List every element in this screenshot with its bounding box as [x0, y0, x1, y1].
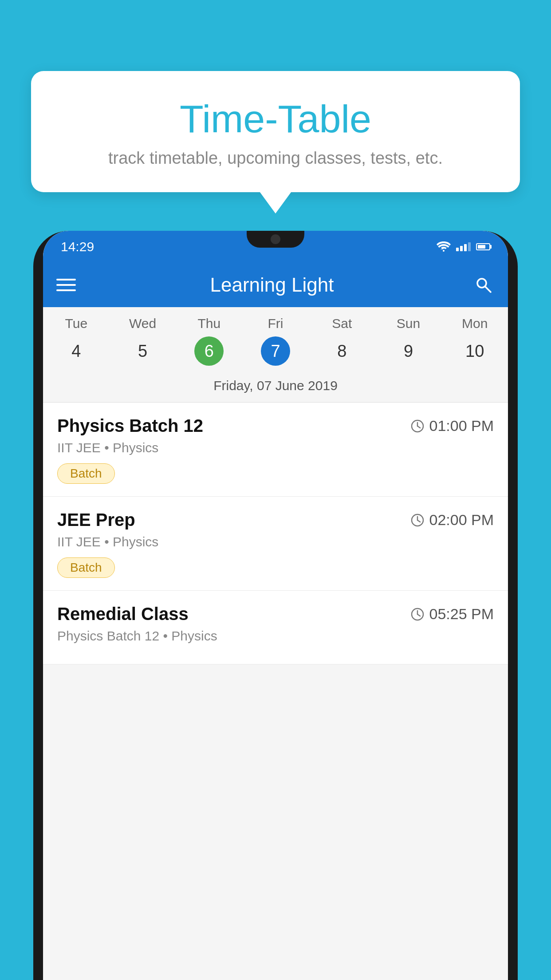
- menu-button[interactable]: [56, 279, 76, 291]
- calendar-day-thu[interactable]: Thu6: [176, 316, 242, 374]
- app-bar: Learning Light: [43, 263, 508, 307]
- calendar-day-wed[interactable]: Wed5: [110, 316, 176, 374]
- camera: [271, 234, 280, 244]
- schedule-item-name: Remedial Class: [57, 604, 189, 624]
- schedule-item-top: Physics Batch 12 01:00 PM: [57, 416, 494, 436]
- selected-date: Friday, 07 June 2019: [43, 374, 508, 403]
- schedule-item-meta: Physics Batch 12 • Physics: [57, 628, 494, 644]
- calendar-week: Tue4Wed5Thu6Fri7Sat8Sun9Mon10: [43, 307, 508, 374]
- schedule-item-time: 05:25 PM: [410, 605, 494, 623]
- day-name-label: Sun: [397, 316, 420, 331]
- schedule-item-meta: IIT JEE • Physics: [57, 440, 494, 455]
- day-name-label: Wed: [129, 316, 156, 331]
- svg-line-8: [417, 520, 420, 522]
- status-icons: [437, 241, 490, 252]
- day-number-label: 10: [460, 336, 489, 366]
- schedule-item-name: JEE Prep: [57, 510, 135, 530]
- schedule-item[interactable]: Remedial Class 05:25 PMPhysics Batch 12 …: [43, 591, 508, 664]
- svg-line-5: [417, 426, 420, 428]
- status-bar: 14:29: [43, 231, 508, 263]
- search-button[interactable]: [472, 274, 495, 296]
- day-name-label: Thu: [197, 316, 220, 331]
- batch-badge: Batch: [57, 557, 115, 578]
- app-title: Learning Light: [76, 274, 468, 296]
- svg-point-0: [443, 250, 445, 252]
- battery-fill: [478, 245, 485, 249]
- clock-icon: [410, 513, 425, 527]
- schedule-item[interactable]: JEE Prep 02:00 PMIIT JEE • PhysicsBatch: [43, 497, 508, 591]
- calendar-day-tue[interactable]: Tue4: [43, 316, 110, 374]
- bubble-subtitle: track timetable, upcoming classes, tests…: [53, 149, 498, 168]
- speech-bubble: Time-Table track timetable, upcoming cla…: [31, 71, 520, 192]
- day-number-label: 6: [194, 336, 224, 366]
- day-name-label: Mon: [462, 316, 488, 331]
- schedule-item-time: 02:00 PM: [410, 511, 494, 529]
- day-name-label: Tue: [65, 316, 88, 331]
- schedule-item-name: Physics Batch 12: [57, 416, 203, 436]
- svg-line-11: [417, 614, 420, 616]
- schedule-item-top: JEE Prep 02:00 PM: [57, 510, 494, 530]
- schedule-item[interactable]: Physics Batch 12 01:00 PMIIT JEE • Physi…: [43, 403, 508, 497]
- batch-badge: Batch: [57, 463, 115, 484]
- clock-icon: [410, 607, 425, 621]
- signal-icon: [456, 242, 471, 251]
- schedule-item-meta: IIT JEE • Physics: [57, 534, 494, 549]
- day-number-label: 5: [128, 336, 157, 366]
- day-number-label: 9: [394, 336, 423, 366]
- status-time: 14:29: [61, 239, 94, 254]
- svg-line-2: [485, 287, 491, 292]
- wifi-icon: [437, 241, 451, 252]
- day-number-label: 4: [62, 336, 91, 366]
- notch: [247, 231, 304, 248]
- day-name-label: Fri: [268, 316, 283, 331]
- calendar-day-sat[interactable]: Sat8: [309, 316, 375, 374]
- battery-icon: [476, 243, 490, 250]
- calendar-day-sun[interactable]: Sun9: [375, 316, 442, 374]
- schedule-list: Physics Batch 12 01:00 PMIIT JEE • Physi…: [43, 403, 508, 664]
- schedule-item-time: 01:00 PM: [410, 417, 494, 435]
- calendar-day-mon[interactable]: Mon10: [441, 316, 508, 374]
- calendar-day-fri[interactable]: Fri7: [242, 316, 309, 374]
- schedule-item-top: Remedial Class 05:25 PM: [57, 604, 494, 624]
- phone-inner: 14:29: [43, 231, 508, 980]
- day-number-label: 8: [327, 336, 357, 366]
- bubble-title: Time-Table: [53, 98, 498, 141]
- day-number-label: 7: [261, 336, 290, 366]
- phone-frame: 14:29: [33, 231, 518, 980]
- day-name-label: Sat: [332, 316, 352, 331]
- clock-icon: [410, 419, 425, 433]
